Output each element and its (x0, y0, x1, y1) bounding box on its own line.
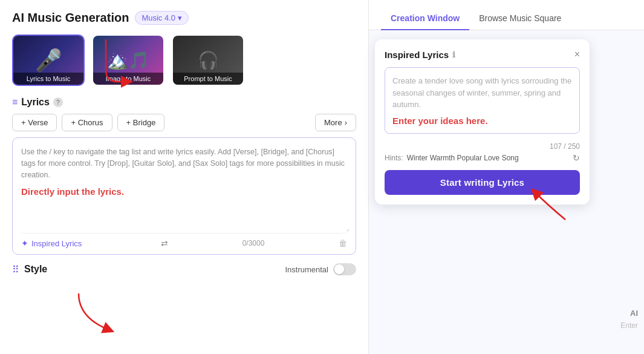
version-badge[interactable]: Music 4.0 ▾ (135, 11, 189, 25)
version-label: Music 4.0 (141, 13, 175, 22)
resize-handle[interactable]: ⌟ (346, 224, 350, 232)
instrumental-label: Instrumental (285, 265, 328, 274)
image-to-music-card[interactable]: 🏔️🎵 Image to Music (92, 34, 164, 86)
enter-ideas-label: Enter your ideas here. (392, 116, 572, 126)
lyrics-help-icon[interactable]: ? (53, 97, 63, 107)
creation-window-tab-label: Creation Window (391, 13, 460, 23)
right-panel: Creation Window Browse Music Square Insp… (369, 0, 644, 354)
creation-content: Inspired Lyrics ℹ × Create a tender love… (369, 30, 644, 354)
ai-label: AI (630, 309, 638, 318)
lyrics-section-icon: ≡ (12, 97, 18, 108)
inspired-textarea-box[interactable]: Create a tender love song with lyrics so… (385, 67, 580, 134)
tab-browse-music-square[interactable]: Browse Music Square (469, 7, 571, 30)
lyrics-char-count: 0/3000 (242, 239, 265, 247)
shuffle-icon[interactable]: ⇄ (161, 238, 168, 248)
inspired-lyrics-popup: Inspired Lyrics ℹ × Create a tender love… (375, 39, 590, 205)
refresh-icon[interactable]: ↻ (573, 153, 580, 163)
mode-cards: 🎤 Lyrics to Music 🏔️🎵 Image to Music 🎧 P… (12, 34, 356, 86)
more-label: More (324, 118, 342, 127)
bridge-button[interactable]: + Bridge (117, 114, 165, 131)
inspired-popup-title: Inspired Lyrics ℹ (385, 50, 455, 60)
more-chevron-icon: › (345, 118, 347, 127)
enter-label: Enter (620, 321, 638, 330)
tag-buttons-row: + Verse + Chorus + Bridge More › (12, 114, 356, 131)
landscape-icon: 🏔️🎵 (107, 50, 149, 70)
inspired-popup-title-text: Inspired Lyrics (385, 50, 449, 60)
inspired-lyrics-label: Inspired Lyrics (31, 239, 82, 248)
hints-row: Hints: Winter Warmth Popular Love Song ↻ (385, 153, 580, 163)
hints-label: Hints: (385, 154, 403, 162)
chevron-down-icon: ▾ (178, 13, 182, 22)
inspired-info-icon: ℹ (452, 50, 455, 59)
more-button[interactable]: More › (315, 114, 356, 131)
app-title: AI Music Generation (12, 11, 129, 25)
delete-icon[interactable]: 🗑 (339, 238, 347, 248)
tab-creation-window[interactable]: Creation Window (381, 7, 469, 30)
close-icon[interactable]: × (574, 49, 580, 60)
person-icon: 🎤 (35, 48, 62, 73)
left-panel: AI Music Generation Music 4.0 ▾ 🎤 Lyrics… (0, 0, 369, 354)
sparkle-icon: ✦ (21, 238, 28, 248)
verse-button[interactable]: + Verse (12, 114, 57, 131)
chorus-button[interactable]: + Chorus (62, 114, 112, 131)
lyrics-editor-container: Use the / key to navigate the tag list a… (12, 137, 356, 255)
inspired-char-count: 107 / 250 (385, 140, 580, 153)
instrumental-row: Instrumental (285, 263, 356, 275)
image-card-label: Image to Music (93, 73, 163, 85)
style-section-title: Style (24, 264, 47, 275)
lyrics-card-label: Lyrics to Music (13, 73, 83, 85)
lyrics-hint-text: Use the / key to navigate the tag list a… (21, 146, 347, 180)
hints-tags: Winter Warmth Popular Love Song (407, 154, 519, 162)
lyrics-section-header: ≡ Lyrics ? (12, 97, 356, 108)
style-left: ⠿ Style (12, 264, 47, 275)
lyrics-direct-input-label: Directly input the lyrics. (21, 186, 347, 197)
header-row: AI Music Generation Music 4.0 ▾ (12, 11, 356, 25)
headphones-icon: 🎧 (198, 50, 219, 70)
inspired-lyrics-button[interactable]: ✦ Inspired Lyrics (21, 238, 82, 248)
lyrics-footer: ✦ Inspired Lyrics ⇄ 0/3000 🗑 (21, 233, 347, 248)
arrow-inspired-to-popup (60, 293, 133, 342)
style-dots-icon: ⠿ (12, 264, 19, 275)
prompt-card-label: Prompt to Music (173, 73, 243, 85)
start-writing-button[interactable]: Start writing Lyrics (385, 170, 580, 195)
instrumental-toggle[interactable] (333, 263, 356, 275)
style-section: ⠿ Style Instrumental (12, 263, 356, 275)
prompt-to-music-card[interactable]: 🎧 Prompt to Music (172, 34, 244, 86)
browse-music-square-tab-label: Browse Music Square (479, 13, 561, 23)
lyrics-section-title: Lyrics (21, 97, 50, 108)
inspired-popup-header: Inspired Lyrics ℹ × (385, 49, 580, 60)
lyrics-to-music-card[interactable]: 🎤 Lyrics to Music (12, 34, 85, 86)
inspired-placeholder-text: Create a tender love song with lyrics so… (392, 75, 572, 111)
right-tabs: Creation Window Browse Music Square (369, 0, 644, 30)
